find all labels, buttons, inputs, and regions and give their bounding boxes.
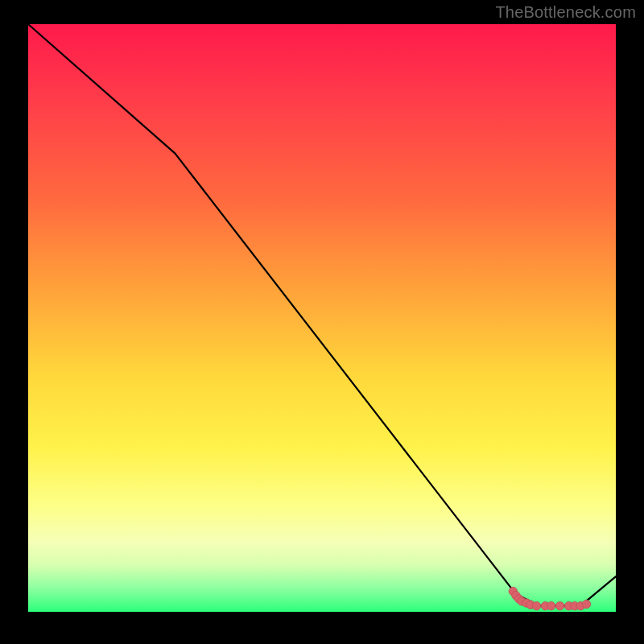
chart-overlay: [28, 24, 616, 612]
bottleneck-curve-line: [28, 24, 616, 606]
curve-marker: [582, 600, 590, 608]
attribution-text: TheBottleneck.com: [495, 3, 636, 22]
chart-frame: TheBottleneck.com: [0, 0, 644, 644]
curve-marker: [532, 602, 540, 610]
curve-marker: [547, 602, 555, 610]
curve-marker: [555, 602, 564, 610]
curve-markers: [509, 587, 591, 610]
